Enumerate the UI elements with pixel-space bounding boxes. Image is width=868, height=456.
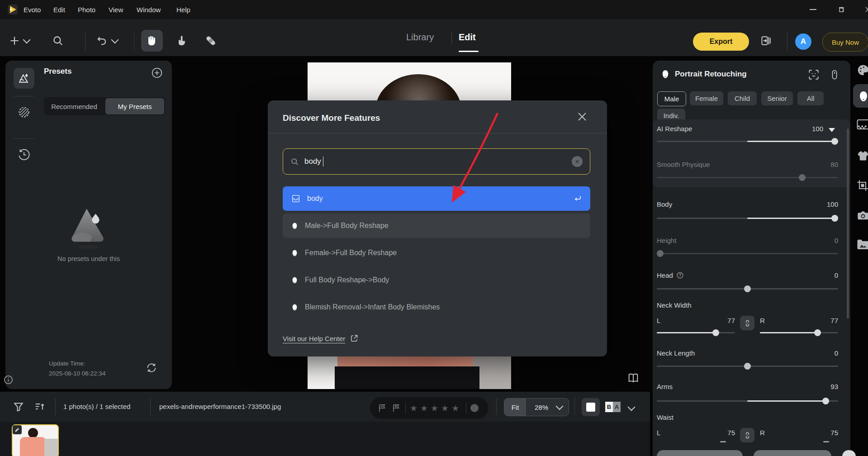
tab-child[interactable]: Child <box>728 91 757 105</box>
slider-handle[interactable] <box>822 398 829 404</box>
slider-track[interactable] <box>657 366 838 367</box>
slider-handle[interactable] <box>744 363 751 370</box>
slider-handle[interactable] <box>712 329 719 336</box>
zoom-value[interactable]: 28% <box>526 404 557 411</box>
result-item-female-reshape[interactable]: Female->Full Body Reshape <box>283 241 590 265</box>
heal-tool-button[interactable] <box>200 30 222 52</box>
slider-value[interactable]: 100 <box>811 200 838 208</box>
menu-view[interactable]: View <box>106 0 126 19</box>
portrait-tool-icon[interactable] <box>857 90 868 103</box>
link-lr-button[interactable] <box>740 316 754 330</box>
result-item-male-reshape[interactable]: Male->Full Body Reshape <box>283 214 590 238</box>
before-after-book-icon[interactable] <box>627 372 640 385</box>
slider-value[interactable]: 93 <box>811 383 838 390</box>
slider-handle[interactable] <box>831 215 838 222</box>
slider-handle[interactable] <box>799 174 806 181</box>
color-label-circle[interactable] <box>470 404 479 412</box>
info-icon[interactable] <box>3 375 14 385</box>
left-value[interactable]: 77 <box>708 317 735 324</box>
filter-button[interactable] <box>13 401 24 413</box>
slider-handle[interactable] <box>814 329 821 336</box>
close-window-icon[interactable] <box>858 0 868 19</box>
menu-help[interactable]: Help <box>174 0 193 19</box>
slider-track[interactable] <box>657 141 838 142</box>
help-center-link[interactable]: Visit our Help Center <box>283 334 359 343</box>
tab-senior[interactable]: Senior <box>761 91 793 105</box>
hand-tool-button[interactable] <box>141 30 163 52</box>
face-detect-button[interactable] <box>808 69 820 81</box>
tab-all[interactable]: All <box>797 91 824 105</box>
slider-track-right[interactable] <box>760 332 838 333</box>
flag-reject-icon[interactable] <box>391 403 401 413</box>
menu-window[interactable]: Window <box>134 0 163 19</box>
sort-button[interactable] <box>33 401 46 413</box>
panel-scrollbar[interactable] <box>847 128 849 318</box>
palette-tool-icon[interactable] <box>856 63 868 77</box>
tab-edit[interactable]: Edit <box>459 27 476 47</box>
slider-track[interactable] <box>657 288 838 290</box>
account-avatar[interactable]: A <box>795 33 811 50</box>
search-input[interactable]: body <box>283 148 590 175</box>
retouch-tool-button[interactable] <box>171 30 193 52</box>
files-tool-icon[interactable] <box>856 239 868 251</box>
star-rating[interactable]: ★★★★★ <box>410 403 462 413</box>
add-photos-button[interactable] <box>5 30 33 52</box>
slider-handle[interactable] <box>744 285 751 292</box>
clothes-tool-icon[interactable] <box>856 149 868 162</box>
sidebar-item-history[interactable] <box>16 147 32 163</box>
undo-button[interactable] <box>90 30 123 52</box>
menu-edit[interactable]: Edit <box>51 0 68 19</box>
slider-value[interactable]: 100 <box>796 125 823 133</box>
tab-my-presets[interactable]: My Presets <box>105 98 164 114</box>
result-item-blemish-infant[interactable]: Blemish Removal->Infant Body Blemishes <box>283 295 590 319</box>
slider-value[interactable]: 0 <box>811 237 838 244</box>
buy-now-button[interactable]: Buy Now <box>822 33 868 52</box>
flag-pick-icon[interactable] <box>377 403 387 413</box>
add-preset-button[interactable] <box>151 67 163 79</box>
dropdown-arrow-icon[interactable] <box>829 128 835 132</box>
right-value[interactable]: 75 <box>811 429 838 437</box>
search-tool-icon[interactable] <box>47 30 69 52</box>
tab-library[interactable]: Library <box>406 27 434 47</box>
maximize-button[interactable] <box>830 0 851 19</box>
sidebar-item-masks[interactable] <box>16 104 32 120</box>
slider-track[interactable] <box>657 218 838 219</box>
slider-track[interactable] <box>657 177 838 178</box>
minimize-button[interactable] <box>802 0 823 19</box>
close-modal-button[interactable] <box>577 111 588 122</box>
fit-button[interactable]: Fit <box>504 399 526 416</box>
background-color-button[interactable] <box>582 398 600 416</box>
tab-female[interactable]: Female <box>690 91 723 105</box>
right-value[interactable]: 77 <box>811 317 838 324</box>
menu-evoto[interactable]: Evoto <box>21 0 43 19</box>
link-lr-button[interactable] <box>740 428 754 442</box>
slider-handle[interactable] <box>657 250 664 257</box>
result-item-body[interactable]: body <box>283 186 590 211</box>
clear-search-button[interactable] <box>572 156 583 167</box>
refresh-button[interactable] <box>146 362 157 374</box>
help-circle-icon[interactable] <box>676 271 684 279</box>
result-item-fullbody-body[interactable]: Full Body Reshape->Body <box>283 268 590 292</box>
export-queue-button[interactable] <box>754 30 776 52</box>
cutoff-pill[interactable] <box>657 450 743 456</box>
slider-value[interactable]: 0 <box>811 349 838 357</box>
slider-track-left[interactable] <box>657 332 735 333</box>
body-detect-button[interactable] <box>829 69 840 81</box>
slider-value[interactable]: 0 <box>811 271 838 279</box>
cutoff-pill[interactable] <box>754 450 831 456</box>
sidebar-item-presets[interactable] <box>14 68 34 89</box>
tab-recommended[interactable]: Recommended <box>45 98 104 114</box>
camera-tool-icon[interactable] <box>856 209 868 222</box>
background-tool-icon[interactable] <box>856 119 868 130</box>
menu-photo[interactable]: Photo <box>75 0 98 19</box>
chevron-down-icon[interactable] <box>628 404 636 411</box>
before-after-toggle[interactable]: B A <box>605 402 621 412</box>
slider-value[interactable]: 80 <box>811 161 838 168</box>
slider-track[interactable] <box>657 400 838 402</box>
slider-track[interactable] <box>657 253 838 254</box>
left-value[interactable]: 75 <box>708 429 735 437</box>
tab-male[interactable]: Male <box>657 91 686 106</box>
zoom-control[interactable]: Fit 28% <box>504 398 569 416</box>
cutoff-pill[interactable] <box>842 450 856 456</box>
crop-tool-icon[interactable] <box>856 179 868 192</box>
